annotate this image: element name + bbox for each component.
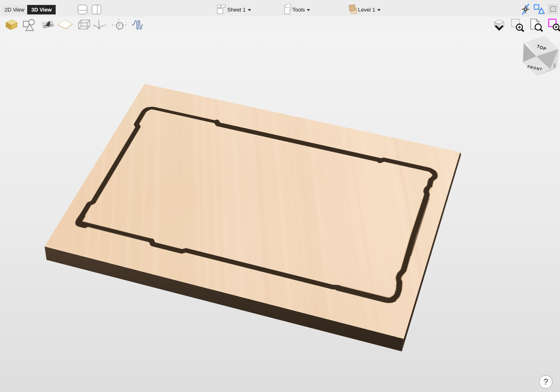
svg-text:RIGHT: RIGHT	[553, 63, 556, 68]
svg-text:y: y	[93, 23, 94, 27]
svg-text:x: x	[104, 23, 106, 27]
svg-text:z: z	[98, 19, 99, 22]
